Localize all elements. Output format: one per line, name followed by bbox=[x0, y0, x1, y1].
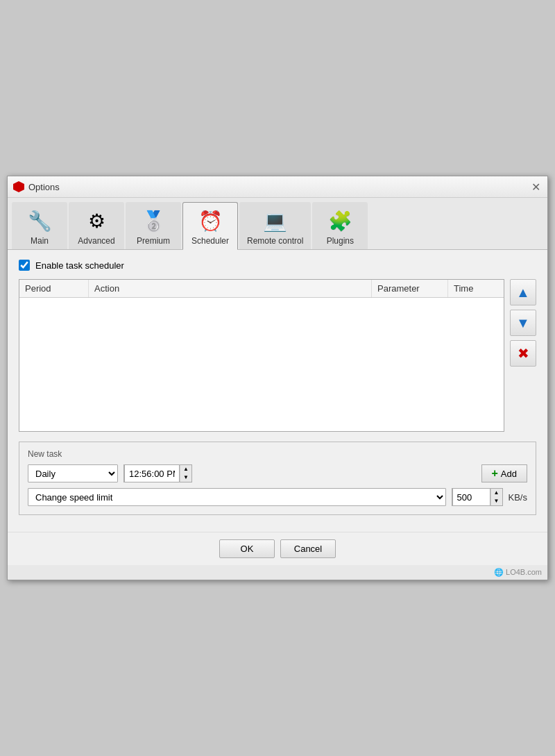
main-icon: 🔧 bbox=[26, 207, 53, 235]
tab-plugins-label: Plugins bbox=[327, 236, 354, 246]
col-parameter: Parameter bbox=[372, 280, 448, 297]
time-spinner-buttons: ▲ ▼ bbox=[180, 465, 191, 482]
time-up-btn[interactable]: ▲ bbox=[180, 465, 191, 473]
action-select[interactable]: Change speed limit Stop all downloads St… bbox=[28, 488, 446, 506]
ok-button[interactable]: OK bbox=[219, 539, 275, 558]
window-title: Options bbox=[28, 182, 60, 192]
time-input[interactable]: 12:56:00 PM bbox=[124, 464, 180, 482]
tab-advanced-label: Advanced bbox=[78, 236, 114, 246]
new-task-row2: Change speed limit Stop all downloads St… bbox=[28, 488, 527, 506]
close-button[interactable]: ✕ bbox=[529, 180, 542, 193]
tab-remote-label: Remote control bbox=[247, 236, 303, 246]
delete-icon: ✖ bbox=[518, 345, 529, 362]
tab-main-label: Main bbox=[31, 236, 49, 246]
time-spinner: 12:56:00 PM ▲ ▼ bbox=[123, 464, 192, 482]
tab-remote-control[interactable]: 💻 Remote control bbox=[239, 202, 311, 249]
title-bar: Options ✕ bbox=[8, 176, 547, 198]
app-icon bbox=[13, 181, 24, 192]
col-time: Time bbox=[448, 280, 504, 297]
tab-scheduler-label: Scheduler bbox=[191, 236, 229, 246]
add-plus-icon: + bbox=[492, 467, 498, 480]
table-body bbox=[19, 298, 504, 426]
add-task-button[interactable]: + Add bbox=[481, 464, 527, 482]
cancel-button[interactable]: Cancel bbox=[280, 539, 336, 558]
advanced-icon: ⚙ bbox=[83, 207, 110, 235]
delete-button[interactable]: ✖ bbox=[510, 340, 536, 367]
table-header: Period Action Parameter Time bbox=[19, 280, 504, 298]
arrow-up-icon: ▲ bbox=[516, 285, 530, 301]
tab-bar: 🔧 Main ⚙ Advanced 🥈 Premium ⏰ Scheduler … bbox=[8, 198, 547, 250]
tab-plugins[interactable]: 🧩 Plugins bbox=[312, 202, 368, 249]
options-window: Options ✕ 🔧 Main ⚙ Advanced 🥈 Premium ⏰ … bbox=[7, 176, 548, 580]
speed-input[interactable] bbox=[452, 488, 490, 506]
add-button-label: Add bbox=[501, 469, 517, 479]
task-table: Period Action Parameter Time bbox=[19, 279, 504, 432]
new-task-row1: Daily Weekly Monthly Once 12:56:00 PM ▲ … bbox=[28, 464, 527, 482]
enable-scheduler-label: Enable task scheduler bbox=[35, 260, 124, 271]
side-buttons: ▲ ▼ ✖ bbox=[510, 279, 536, 432]
new-task-label: New task bbox=[28, 449, 527, 459]
speed-spinner-buttons: ▲ ▼ bbox=[490, 489, 502, 505]
tab-premium[interactable]: 🥈 Premium bbox=[126, 202, 181, 249]
watermark-area: 🌐 LO4B.com bbox=[8, 565, 547, 580]
speed-up-btn[interactable]: ▲ bbox=[491, 489, 502, 497]
task-table-area: Period Action Parameter Time ▲ ▼ ✖ bbox=[19, 279, 536, 432]
col-action: Action bbox=[89, 280, 372, 297]
main-content: Enable task scheduler Period Action Para… bbox=[8, 250, 547, 525]
scheduler-icon: ⏰ bbox=[196, 207, 224, 235]
speed-spinner: ▲ ▼ bbox=[452, 488, 503, 506]
tab-scheduler[interactable]: ⏰ Scheduler bbox=[182, 202, 238, 250]
time-down-btn[interactable]: ▼ bbox=[180, 473, 191, 482]
enable-scheduler-row: Enable task scheduler bbox=[19, 260, 536, 271]
remote-icon: 💻 bbox=[262, 207, 289, 235]
speed-unit-label: KB/s bbox=[509, 492, 527, 503]
col-period: Period bbox=[19, 280, 89, 297]
tab-advanced[interactable]: ⚙ Advanced bbox=[69, 202, 124, 249]
tab-premium-label: Premium bbox=[137, 236, 170, 246]
period-select[interactable]: Daily Weekly Monthly Once bbox=[28, 464, 118, 482]
move-down-button[interactable]: ▼ bbox=[510, 310, 536, 336]
bottom-bar: OK Cancel bbox=[8, 532, 547, 565]
tab-main[interactable]: 🔧 Main bbox=[12, 202, 67, 249]
enable-scheduler-checkbox[interactable] bbox=[19, 260, 30, 271]
new-task-section: New task Daily Weekly Monthly Once 12:56… bbox=[19, 442, 536, 515]
watermark-text: 🌐 LO4B.com bbox=[494, 568, 542, 577]
plugins-icon: 🧩 bbox=[326, 207, 354, 235]
speed-down-btn[interactable]: ▼ bbox=[491, 497, 502, 505]
premium-icon: 🥈 bbox=[139, 207, 167, 235]
move-up-button[interactable]: ▲ bbox=[510, 279, 536, 305]
arrow-down-icon: ▼ bbox=[516, 315, 530, 331]
